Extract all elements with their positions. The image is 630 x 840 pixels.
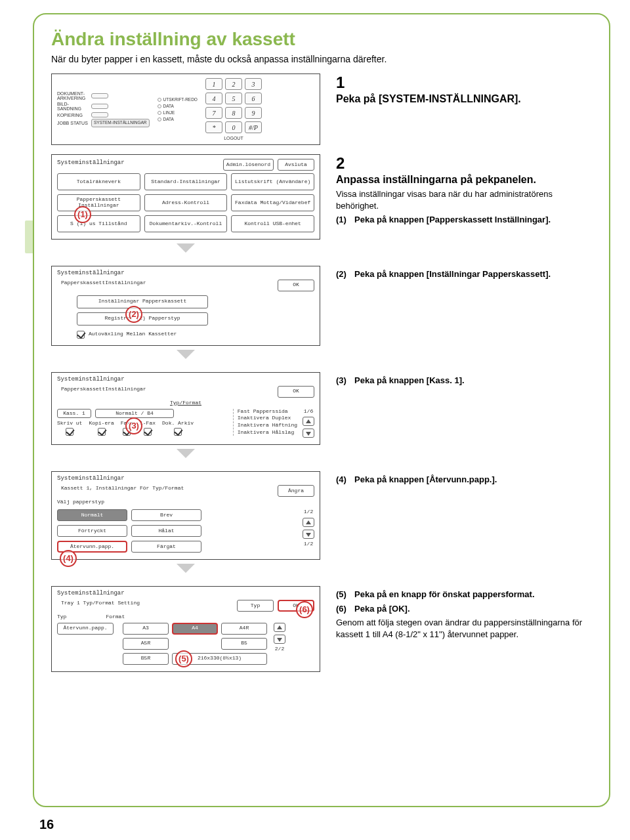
side-tab	[25, 220, 33, 253]
callout-3: (3)	[125, 417, 142, 434]
step-1-heading: Peka på [SYSTEM-INSTÄLLNINGAR].	[336, 93, 592, 105]
btn-typ-atervunn[interactable]: Återvunn.papp.	[57, 623, 114, 635]
btn-registrera-papperstyp[interactable]: Registrer (2) Papperstyp	[77, 312, 208, 326]
key-9[interactable]: 9	[245, 107, 262, 119]
btn-brev[interactable]: Brev	[131, 509, 201, 521]
screen3-subtitle: PapperskassettInställningar	[57, 386, 150, 398]
btn-listutskrift[interactable]: Listutskrift (Användare)	[231, 173, 314, 190]
screen5-title: Systeminställningar	[57, 591, 314, 597]
check-ifax[interactable]	[144, 428, 152, 436]
btn-fargat[interactable]: Färgat	[131, 541, 201, 553]
screen-system-settings: Systeminställningar Admin.lösenord Avslu…	[51, 154, 320, 240]
page-indicator-5: 2/2	[275, 646, 284, 652]
step-2-li3: Peka på knappen [Kass. 1].	[354, 375, 465, 387]
page-down-button[interactable]	[303, 530, 314, 539]
step-2-li4: Peka på knappen [Återvunn.papp.].	[354, 474, 497, 486]
cancel-button[interactable]: Ångra	[278, 485, 314, 497]
arrow-down-icon	[177, 449, 195, 458]
page-down-button[interactable]	[274, 635, 285, 644]
side-duplex: Inaktivera Duplex	[238, 415, 297, 421]
label-bild: BILD-SANDNING	[57, 102, 89, 111]
key-2[interactable]: 2	[225, 78, 242, 90]
callout-2: (2)	[125, 306, 142, 323]
label-dokarkiv: DOKUMENT-ARKIVERING	[57, 91, 89, 100]
col-dok: Dok. Arkiv	[162, 421, 194, 427]
page-up-button[interactable]	[303, 417, 314, 426]
check-kopi[interactable]	[98, 428, 106, 436]
callout-6: (6)	[296, 601, 313, 618]
typ-header: Typ	[57, 614, 66, 620]
label-autovaxling: Autoväxling Mellan Kassetter	[89, 331, 177, 337]
key-3[interactable]: 3	[245, 78, 262, 90]
page-down-button[interactable]	[303, 429, 314, 438]
screen-select-paper-size: Systeminställningar Tray 1 Typ/Format Se…	[51, 586, 320, 672]
step-2-li2: Peka på knappen [Inställningar Papperska…	[354, 268, 551, 280]
btn-tillstand[interactable]: S (1) us Tillstånd	[57, 215, 140, 232]
key-4[interactable]: 4	[205, 93, 222, 104]
btn-dokumentarkiv[interactable]: Dokumentarkiv.-Kontroll	[144, 215, 228, 232]
check-skriv[interactable]	[66, 428, 74, 436]
page-up-button[interactable]	[303, 518, 314, 527]
key-7[interactable]: 7	[205, 107, 222, 119]
screen5-subtitle: Tray 1 Typ/Format Setting	[57, 600, 144, 612]
key-0[interactable]: 0	[225, 121, 242, 133]
btn-adress-kontroll[interactable]: Adress-Kontroll	[144, 194, 228, 211]
typformat-header: Typ/Format	[57, 400, 314, 406]
btn-a3[interactable]: A3	[123, 623, 169, 635]
step-2-li1-num: (1)	[336, 214, 350, 226]
btn-totalrakneverk[interactable]: Totalräkneverk	[57, 173, 140, 190]
callout-4: (4)	[60, 550, 77, 567]
step-2-li3-num: (3)	[336, 375, 350, 387]
key-star[interactable]: *	[205, 121, 222, 133]
typ-button[interactable]: Typ	[237, 600, 274, 612]
btn-a4[interactable]: A4	[172, 623, 218, 635]
key-hash[interactable]: #/P	[245, 121, 262, 133]
btn-usb-enhet[interactable]: Kontroll USB-enhet	[231, 215, 314, 232]
ok-button[interactable]: OK	[278, 280, 314, 291]
arrow-down-icon	[177, 564, 195, 573]
admin-password-button[interactable]: Admin.lösenord	[223, 159, 274, 171]
label-linje: LINJE	[163, 110, 175, 115]
key-1[interactable]: 1	[205, 78, 222, 90]
format-header: Format	[106, 614, 125, 620]
exit-button[interactable]: Avsluta	[278, 159, 314, 171]
screen-select-paper-type: Systeminställningar Kassett 1, Inställni…	[51, 471, 320, 560]
side-fast: Fast Papperssida	[238, 409, 297, 415]
page-number: 16	[39, 817, 54, 832]
btn-a5r[interactable]: A5R	[123, 638, 169, 650]
checkbox-autovaxling[interactable]	[77, 331, 85, 339]
screen4-title: Systeminställningar	[57, 476, 314, 482]
system-settings-button[interactable]: SYSTEM-INSTÄLLNINGAR	[91, 119, 150, 127]
btn-b5r[interactable]: B5R	[123, 653, 169, 665]
btn-halat[interactable]: Hålat	[131, 525, 201, 537]
key-8[interactable]: 8	[225, 107, 242, 119]
key-6[interactable]: 6	[245, 93, 262, 104]
callout-1: (1)	[74, 206, 91, 223]
page-indicator-4a: 1/2	[304, 509, 313, 515]
arrow-down-icon	[177, 243, 195, 253]
btn-installningar-papperskassett[interactable]: Inställningar Papperskassett	[77, 295, 208, 308]
label-data1: DATA	[163, 104, 174, 108]
page-up-button[interactable]	[274, 623, 285, 632]
led	[91, 112, 108, 117]
btn-normalt[interactable]: Normalt	[57, 509, 127, 521]
step-2-li5: Peka på en knapp för önskat pappersforma…	[354, 589, 535, 600]
col-skriv: Skriv ut	[57, 421, 82, 427]
page-indicator-3: 1/6	[304, 409, 313, 415]
page-indicator-4b: 1/2	[304, 541, 313, 547]
btn-kass-1[interactable]: Kass. 1	[57, 409, 91, 419]
check-dok[interactable]	[174, 428, 182, 436]
btn-b5[interactable]: B5	[221, 638, 267, 650]
btn-papperskassett-installningar[interactable]: Papperskassett Inställningar	[57, 194, 140, 211]
screen2-title: Systeminställningar	[57, 270, 314, 277]
screen2-subtitle: PapperskassettInställningar	[57, 280, 150, 291]
step-2-li4-num: (4)	[336, 474, 350, 486]
btn-faxdata[interactable]: Faxdata Mottag/Vidarebef	[231, 194, 314, 211]
numeric-keypad: 1 2 3 4 5 6 7 8 9 * 0 #/P	[205, 78, 262, 133]
btn-a4r[interactable]: A4R	[221, 623, 267, 635]
btn-fortryckt[interactable]: Förtryckt	[57, 525, 127, 537]
ok-button[interactable]: OK	[278, 386, 314, 398]
btn-standard-installningar[interactable]: Standard-Inställningar	[144, 173, 228, 190]
key-5[interactable]: 5	[225, 93, 242, 104]
label-jobb: JOBB STATUS	[57, 121, 89, 125]
